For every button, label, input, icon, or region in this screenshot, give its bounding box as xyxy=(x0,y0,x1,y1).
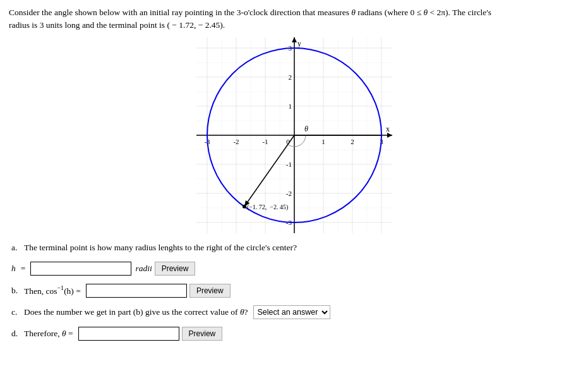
question-d-label: d. xyxy=(11,327,21,341)
question-b-preview-button[interactable]: Preview xyxy=(189,284,231,298)
question-a-input-row: h = radii Preview xyxy=(11,262,579,276)
question-c-label: c. xyxy=(11,305,21,319)
question-a-input[interactable] xyxy=(30,262,131,276)
question-c-theta: θ xyxy=(240,307,244,317)
question-a-row: a. The terminal point is how many radius… xyxy=(11,241,579,255)
question-d-preview-button[interactable]: Preview xyxy=(182,327,223,341)
question-a-label: a. xyxy=(11,241,21,255)
question-a-eq: = xyxy=(21,262,26,276)
question-b-label: b. xyxy=(11,284,21,298)
question-b-input[interactable] xyxy=(86,284,187,298)
problem-text-4: radius is 3 units long and the terminal … xyxy=(9,20,225,30)
question-a-var: h xyxy=(11,262,16,276)
question-c-text: Does the number we get in part (b) give … xyxy=(24,305,248,319)
question-b-sup: −1 xyxy=(57,284,64,291)
graph-container xyxy=(9,37,579,233)
question-a-preview-button[interactable]: Preview xyxy=(155,262,196,276)
question-d-theta: θ xyxy=(62,329,66,338)
problem-text-3: < 2π). The circle's xyxy=(428,8,491,17)
question-c-select[interactable]: Select an answer Yes No xyxy=(253,305,330,319)
graph-canvas xyxy=(196,37,392,233)
question-b-var: (h) xyxy=(64,286,74,296)
problem-text: Consider the angle shown below with an i… xyxy=(9,6,579,32)
problem-text-1: Consider the angle shown below with an i… xyxy=(9,8,351,17)
theta-symbol: θ xyxy=(351,8,356,17)
questions-section: a. The terminal point is how many radius… xyxy=(9,241,579,341)
question-b-row: b. Then, cos−1(h) = Preview xyxy=(11,283,579,298)
question-d-input[interactable] xyxy=(78,327,179,341)
question-a-text: The terminal point is how many radius le… xyxy=(24,241,297,255)
question-c-row: c. Does the number we get in part (b) gi… xyxy=(11,305,579,319)
question-b-text: Then, cos−1(h) = xyxy=(24,283,81,298)
question-d-row: d. Therefore, θ = Preview xyxy=(11,327,579,341)
question-a-unit: radii xyxy=(135,262,152,276)
question-d-text: Therefore, θ = xyxy=(24,327,73,341)
problem-text-2: radians (where 0 ≤ xyxy=(356,8,424,17)
graph-area xyxy=(196,37,392,233)
